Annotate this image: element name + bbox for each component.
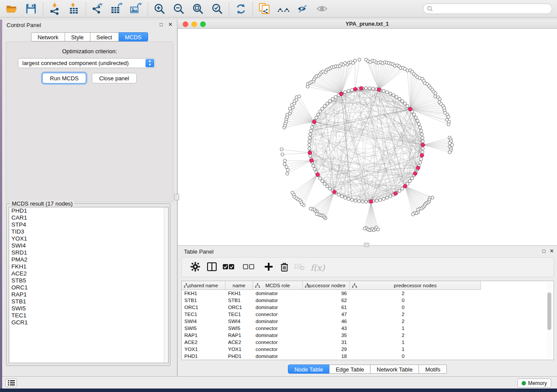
graph-ring-node[interactable] bbox=[385, 196, 388, 199]
graph-ring-node[interactable] bbox=[334, 96, 337, 99]
graph-ring-node[interactable] bbox=[392, 93, 395, 96]
mcds-result-node[interactable]: SRD1 bbox=[9, 249, 168, 256]
cell-shared-name[interactable]: PHD1 bbox=[182, 353, 225, 360]
graph-ring-node[interactable] bbox=[329, 100, 332, 103]
graph-leaf-node[interactable] bbox=[286, 172, 289, 175]
graph-ring-node[interactable] bbox=[350, 198, 353, 201]
graph-leaf-node[interactable] bbox=[448, 151, 451, 154]
graph-leaf-node[interactable] bbox=[286, 168, 289, 172]
search-input[interactable] bbox=[433, 6, 552, 12]
cell-MCDS-role[interactable]: connector bbox=[253, 346, 303, 353]
cell-MCDS-role[interactable]: dominator bbox=[253, 304, 303, 311]
table-panel-float-icon[interactable]: □ bbox=[541, 248, 547, 254]
mcds-result-node[interactable]: SWI4 bbox=[9, 242, 168, 249]
graph-ring-node[interactable] bbox=[379, 198, 382, 201]
graph-ring-node[interactable] bbox=[364, 200, 367, 203]
graph-ring-node[interactable] bbox=[406, 104, 409, 107]
cell-predecessor-nodes[interactable]: 2 bbox=[350, 290, 481, 297]
graph-ring-node[interactable] bbox=[412, 113, 415, 116]
graph-leaf-node[interactable] bbox=[363, 227, 366, 230]
graph-ring-node[interactable] bbox=[419, 161, 422, 164]
column-header-MCDS-role[interactable]: MCDS role bbox=[253, 281, 303, 290]
graph-leaf-node[interactable] bbox=[358, 58, 361, 61]
graph-ring-node[interactable] bbox=[321, 107, 324, 110]
cell-successor-nodes[interactable]: 29 bbox=[303, 346, 350, 353]
cell-MCDS-role[interactable]: connector bbox=[253, 339, 303, 346]
cell-MCDS-role[interactable]: dominator bbox=[253, 353, 303, 360]
graph-ring-node[interactable] bbox=[309, 129, 312, 132]
graph-ring-node[interactable] bbox=[419, 129, 422, 132]
horizontal-splitter-grip[interactable] bbox=[364, 243, 369, 247]
table-row[interactable]: ACE2ACE2connector311 bbox=[182, 339, 554, 346]
network-graph[interactable] bbox=[178, 29, 557, 245]
delete-column-button[interactable] bbox=[278, 261, 291, 274]
cell-successor-nodes[interactable]: 47 bbox=[303, 311, 350, 318]
show-all-button[interactable] bbox=[314, 1, 330, 16]
graph-mcds-hub-node[interactable] bbox=[316, 172, 320, 176]
mcds-result-node[interactable]: SWI5 bbox=[9, 305, 168, 312]
graph-ring-node[interactable] bbox=[421, 147, 424, 150]
cell-MCDS-role[interactable]: dominator bbox=[253, 290, 303, 297]
select-all-button[interactable] bbox=[222, 261, 235, 274]
cell-MCDS-role[interactable]: dominator bbox=[253, 297, 303, 304]
graph-ring-node[interactable] bbox=[325, 185, 329, 188]
cell-successor-nodes[interactable]: 62 bbox=[303, 297, 350, 304]
graph-ring-node[interactable] bbox=[323, 182, 326, 185]
graph-leaf-node[interactable] bbox=[434, 92, 437, 95]
graph-leaf-node[interactable] bbox=[438, 98, 441, 101]
graph-mcds-hub-node[interactable] bbox=[420, 154, 424, 158]
search-box[interactable] bbox=[423, 3, 552, 14]
control-panel-float-icon[interactable]: □ bbox=[158, 21, 164, 28]
table-scrollbar-thumb[interactable] bbox=[547, 292, 551, 330]
zoom-selected-button[interactable] bbox=[209, 1, 225, 16]
graph-ring-node[interactable] bbox=[398, 97, 401, 100]
clone-network-button[interactable] bbox=[256, 1, 273, 16]
graph-mcds-hub-node[interactable] bbox=[408, 107, 412, 111]
table-row[interactable]: PHD1PHD1dominator180 bbox=[182, 353, 554, 360]
show-columns-button[interactable] bbox=[205, 261, 218, 274]
graph-ring-node[interactable] bbox=[375, 199, 378, 202]
vertical-splitter-grip[interactable] bbox=[174, 194, 179, 200]
import-network-button[interactable] bbox=[46, 1, 63, 16]
graph-leaf-node[interactable] bbox=[353, 59, 356, 62]
graph-ring-node[interactable] bbox=[344, 196, 347, 199]
graph-ring-node[interactable] bbox=[364, 86, 367, 89]
tab-network-table[interactable]: Network Table bbox=[370, 364, 419, 374]
graph-ring-node[interactable] bbox=[311, 126, 314, 129]
graph-ring-node[interactable] bbox=[347, 197, 350, 200]
graph-mcds-hub-node[interactable] bbox=[421, 143, 425, 147]
graph-mcds-hub-node[interactable] bbox=[359, 86, 363, 90]
optimization-criterion-select[interactable]: largest connected component (undirected)… bbox=[18, 58, 155, 68]
graph-ring-node[interactable] bbox=[368, 87, 371, 90]
graph-ring-node[interactable] bbox=[315, 116, 318, 119]
zoom-in-button[interactable] bbox=[151, 1, 168, 16]
cell-name[interactable]: PHD1 bbox=[225, 353, 253, 360]
control-panel-close-icon[interactable]: ✕ bbox=[167, 21, 173, 28]
graph-ring-node[interactable] bbox=[318, 110, 322, 113]
graph-ring-node[interactable] bbox=[421, 136, 424, 139]
cell-predecessor-nodes[interactable]: 2 bbox=[350, 332, 481, 339]
graph-leaf-node[interactable] bbox=[447, 123, 450, 126]
cell-name[interactable]: RAP1 bbox=[225, 332, 253, 339]
memory-button[interactable]: Memory bbox=[517, 378, 551, 388]
mcds-result-node[interactable]: STB5 bbox=[9, 277, 168, 284]
first-neighbors-button[interactable] bbox=[275, 1, 292, 16]
graph-ring-node[interactable] bbox=[408, 179, 412, 182]
graph-mcds-hub-node[interactable] bbox=[403, 184, 407, 188]
table-scrollbar[interactable] bbox=[547, 282, 552, 359]
graph-ring-node[interactable] bbox=[344, 91, 347, 94]
cell-MCDS-role[interactable]: dominator bbox=[253, 318, 303, 325]
add-column-button[interactable] bbox=[262, 261, 275, 274]
mcds-result-node[interactable]: TID3 bbox=[9, 228, 168, 235]
cell-name[interactable]: SWI4 bbox=[225, 318, 253, 325]
table-row[interactable]: SWI4SWI4dominator462 bbox=[182, 318, 554, 325]
graph-ring-node[interactable] bbox=[395, 96, 398, 99]
graph-ring-node[interactable] bbox=[321, 179, 324, 182]
graph-leaf-node[interactable] bbox=[309, 207, 312, 210]
graph-ring-node[interactable] bbox=[308, 147, 311, 150]
mcds-result-node[interactable]: PMA2 bbox=[9, 256, 168, 263]
cell-shared-name[interactable]: ORC1 bbox=[182, 304, 225, 311]
column-header-predecessor-nodes[interactable]: predecessor nodes bbox=[350, 281, 481, 290]
tab-select[interactable]: Select bbox=[90, 32, 119, 41]
graph-ring-node[interactable] bbox=[361, 200, 364, 203]
